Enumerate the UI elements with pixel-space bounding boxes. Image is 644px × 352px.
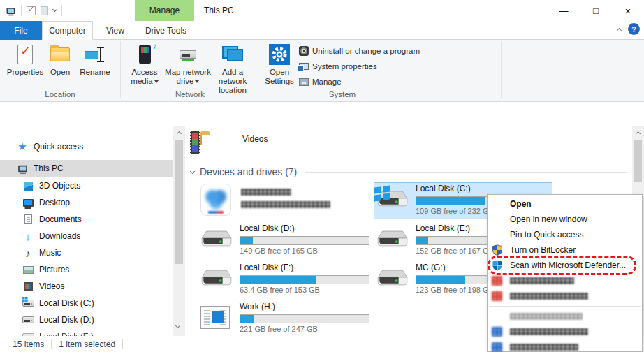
menu-item-pin-to-quick-access[interactable]: Pin to Quick access — [488, 227, 642, 242]
open-settings-button[interactable]: Open Settings — [262, 43, 297, 86]
sidebar-item-local-disk-c[interactable]: Local Disk (C:) — [0, 295, 173, 311]
collapse-group-icon[interactable] — [190, 168, 195, 173]
document-icon — [24, 214, 32, 224]
blurred-text — [510, 293, 588, 300]
drive-icon — [376, 188, 409, 213]
sidebar-item-this-pc[interactable]: This PC — [0, 160, 173, 177]
download-arrow-icon — [25, 230, 31, 242]
menu-item-open[interactable]: Open — [488, 196, 642, 212]
address-bar-row: ← → ↑ This PC — [0, 103, 644, 126]
tab-file[interactable]: File — [0, 21, 42, 40]
blurred-text — [510, 344, 578, 351]
help-icon[interactable]: ? — [628, 23, 640, 35]
group-label-system: System — [262, 90, 423, 98]
drive-tile-local-disk-f[interactable]: Local Disk (F:) 63.4 GB free of 153 GB — [199, 263, 375, 298]
menu-item-blurred-4[interactable] — [488, 324, 642, 339]
scroll-up-icon[interactable] — [177, 131, 182, 136]
menu-item-open-in-new-window[interactable]: Open in new window — [488, 212, 642, 227]
sidebar-item-quick-access[interactable]: Quick access — [0, 138, 173, 155]
folder-tile-videos[interactable]: Videos — [199, 129, 374, 159]
add-network-location-button[interactable]: Add a network location — [211, 43, 254, 95]
blurred-text — [241, 189, 291, 196]
drive-tile-local-disk-d[interactable]: Local Disk (D:) 149 GB free of 165 GB — [199, 223, 375, 258]
selection-count: 1 item selected — [59, 339, 115, 349]
open-folder-icon — [50, 47, 70, 61]
properties-icon — [17, 45, 33, 64]
uninstall-disc-icon — [299, 46, 309, 56]
manage-button[interactable]: Manage — [299, 75, 342, 89]
tab-drive-tools[interactable]: Drive Tools — [138, 21, 194, 40]
monitor-icon — [23, 199, 34, 207]
sidebar-scrollbar-thumb[interactable] — [175, 140, 183, 264]
dropdown-caret-icon — [195, 80, 199, 83]
contextual-tab-group-manage: Manage — [135, 0, 194, 21]
sidebar-item-3d-objects[interactable]: 3D Objects — [0, 177, 173, 194]
sidebar-item-local-disk-d[interactable]: Local Disk (D:) — [0, 311, 173, 328]
device-tile-blurred[interactable] — [199, 184, 375, 219]
network-drive-icon — [180, 50, 196, 59]
system-properties-icon — [299, 63, 309, 70]
blurred-blue-icon — [492, 327, 502, 337]
menu-item-blurred-2[interactable] — [488, 288, 642, 304]
capacity-bar — [240, 314, 369, 323]
work-drive-icon — [200, 306, 230, 329]
map-network-drive-button[interactable]: Map network drive — [165, 43, 211, 86]
item-count: 15 items — [13, 339, 44, 349]
sidebar-item-desktop[interactable]: Desktop — [0, 194, 173, 211]
drive-icon — [376, 267, 409, 292]
capacity-bar — [240, 275, 369, 284]
music-note-icon — [25, 247, 31, 259]
main-scrollbar-thumb[interactable] — [634, 140, 642, 182]
access-media-button[interactable]: Access media — [126, 43, 163, 86]
menu-item-blurred-5[interactable] — [488, 339, 642, 352]
film-icon — [24, 282, 33, 291]
tab-computer[interactable]: Computer — [42, 21, 93, 40]
network-location-icon — [222, 46, 243, 63]
ribbon: Properties Open Rename Location Access m… — [0, 40, 644, 102]
drive-tile-work-h[interactable]: Work (H:) 221 GB free of 247 GB — [199, 302, 375, 336]
sidebar-item-videos[interactable]: Videos — [0, 278, 173, 295]
menu-item-blurred-3[interactable] — [488, 309, 642, 324]
drive-icon — [200, 228, 233, 253]
highlight-annotation — [488, 256, 636, 275]
uninstall-program-button[interactable]: Uninstall or change a program — [299, 44, 420, 58]
tab-view[interactable]: View — [93, 21, 138, 40]
ribbon-tab-bar: File Computer View Drive Tools — [0, 21, 644, 40]
blurred-text — [510, 328, 588, 335]
drive-icon — [376, 228, 409, 253]
drive-windows-icon — [22, 300, 34, 307]
videos-folder-icon — [200, 134, 202, 145]
title-bar: ✓ Manage This PC — □ × — [0, 0, 644, 21]
sidebar-item-pictures[interactable]: Pictures — [0, 261, 173, 278]
menu-separator — [489, 306, 641, 307]
capacity-bar — [240, 236, 369, 245]
blurred-blue-icon — [492, 342, 502, 352]
scroll-up-icon[interactable] — [636, 131, 641, 136]
properties-qat-icon[interactable]: ✓ — [27, 6, 36, 15]
system-properties-button[interactable]: System properties — [299, 59, 377, 73]
sidebar-item-downloads[interactable]: Downloads — [0, 228, 173, 244]
new-folder-qat-icon[interactable] — [41, 6, 48, 15]
maximize-button[interactable]: □ — [580, 0, 612, 21]
menu-item-blurred-1[interactable] — [488, 273, 642, 288]
sidebar-item-local-disk-e[interactable]: Local Disk (E:) — [0, 328, 173, 336]
group-header-devices-and-drives[interactable]: Devices and drives (7) — [191, 166, 627, 177]
blurred-red-icon — [492, 276, 502, 286]
quick-access-toolbar: ✓ — [6, 3, 62, 18]
sidebar-item-documents[interactable]: Documents — [0, 211, 173, 228]
properties-button[interactable]: Properties — [6, 43, 45, 77]
sidebar-item-music[interactable]: Music — [0, 244, 173, 261]
blurred-text — [510, 277, 574, 284]
close-button[interactable]: × — [612, 0, 644, 21]
rename-icon — [85, 47, 105, 62]
blurred-text — [510, 313, 583, 320]
customize-qat-icon[interactable] — [52, 7, 57, 12]
app-window-icon — [7, 8, 15, 14]
collapse-ribbon-icon[interactable] — [617, 27, 622, 32]
open-button[interactable]: Open — [46, 43, 74, 77]
rename-button[interactable]: Rename — [75, 43, 115, 77]
bitlocker-shield-icon — [492, 244, 510, 256]
blurred-red-icon — [492, 291, 502, 301]
drive-icon — [200, 267, 233, 292]
minimize-button[interactable]: — — [548, 0, 580, 21]
